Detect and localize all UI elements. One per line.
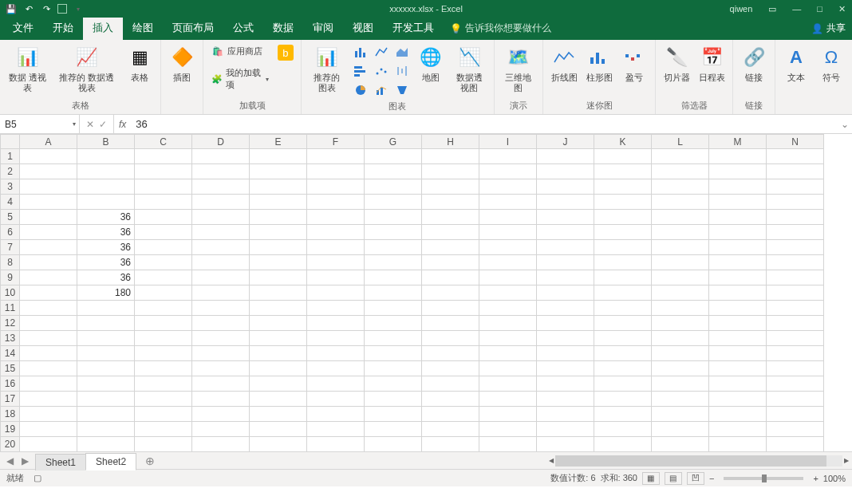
cell[interactable]: [365, 392, 422, 407]
cell[interactable]: [709, 285, 767, 301]
cell[interactable]: [77, 301, 135, 316]
cell[interactable]: [20, 361, 77, 376]
zoom-in-button[interactable]: +: [813, 474, 818, 483]
col-header[interactable]: A: [20, 135, 77, 149]
tab-file[interactable]: 文件: [3, 16, 43, 40]
cell[interactable]: [652, 164, 709, 179]
cell[interactable]: [709, 149, 767, 164]
cell[interactable]: [365, 346, 422, 361]
cell[interactable]: [135, 270, 192, 285]
cell[interactable]: [652, 361, 709, 376]
cell[interactable]: [652, 437, 709, 452]
cell[interactable]: [479, 392, 537, 407]
cell[interactable]: [20, 210, 77, 225]
sparkline-winloss-button[interactable]: 盈亏: [618, 43, 650, 85]
cell[interactable]: [20, 301, 77, 316]
cell[interactable]: 36: [77, 240, 135, 255]
expand-formula-icon[interactable]: ⌄: [838, 115, 852, 133]
view-layout-button[interactable]: ▤: [665, 472, 682, 485]
cell[interactable]: [594, 255, 652, 270]
cell[interactable]: [709, 407, 767, 422]
cell[interactable]: [767, 301, 824, 316]
cell[interactable]: [479, 179, 537, 195]
row-header[interactable]: 4: [1, 195, 20, 210]
cell[interactable]: [307, 240, 365, 255]
cell[interactable]: [767, 346, 824, 361]
cell[interactable]: [135, 255, 192, 270]
tab-insert[interactable]: 插入: [83, 16, 123, 40]
cell[interactable]: [479, 164, 537, 179]
cell[interactable]: [479, 301, 537, 316]
cell[interactable]: [192, 422, 250, 437]
cell[interactable]: [250, 437, 307, 452]
cell[interactable]: [365, 225, 422, 240]
tab-review[interactable]: 审阅: [303, 16, 343, 40]
cell[interactable]: [652, 407, 709, 422]
area-chart-icon[interactable]: [392, 43, 412, 61]
cell[interactable]: [594, 240, 652, 255]
bing-maps-button[interactable]: b: [275, 43, 296, 62]
cell[interactable]: [192, 225, 250, 240]
cell[interactable]: [479, 376, 537, 392]
cell[interactable]: [537, 316, 594, 331]
row-header[interactable]: 6: [1, 225, 20, 240]
cell[interactable]: [250, 392, 307, 407]
cell[interactable]: [307, 210, 365, 225]
cell[interactable]: [307, 179, 365, 195]
map-chart-button[interactable]: 🌐地图: [415, 43, 447, 85]
cell[interactable]: [594, 285, 652, 301]
cell[interactable]: [250, 164, 307, 179]
tell-me[interactable]: 💡 告诉我你想要做什么: [450, 22, 551, 40]
cell[interactable]: [77, 422, 135, 437]
cell[interactable]: [77, 376, 135, 392]
cell[interactable]: [594, 331, 652, 346]
cell[interactable]: [365, 210, 422, 225]
bar-chart-icon[interactable]: [351, 62, 370, 80]
cell[interactable]: [767, 195, 824, 210]
cell[interactable]: [422, 149, 479, 164]
cell[interactable]: [422, 285, 479, 301]
row-header[interactable]: 15: [1, 361, 20, 376]
cell[interactable]: [365, 195, 422, 210]
cell[interactable]: [652, 316, 709, 331]
cell[interactable]: [422, 346, 479, 361]
sheet-nav-prev-icon[interactable]: ◀: [6, 455, 14, 467]
cell[interactable]: [479, 270, 537, 285]
macro-record-icon[interactable]: ▢: [34, 473, 41, 483]
cell[interactable]: [307, 392, 365, 407]
zoom-level[interactable]: 100%: [823, 474, 846, 483]
cell[interactable]: [594, 407, 652, 422]
cell[interactable]: [479, 361, 537, 376]
cell[interactable]: [307, 331, 365, 346]
cell[interactable]: [537, 407, 594, 422]
row-header[interactable]: 14: [1, 346, 20, 361]
cell[interactable]: [537, 361, 594, 376]
rec-charts-button[interactable]: 📊推荐的 图表: [306, 43, 348, 95]
cell[interactable]: [422, 422, 479, 437]
cell[interactable]: [537, 164, 594, 179]
cell[interactable]: [192, 361, 250, 376]
cell[interactable]: [192, 301, 250, 316]
tab-view[interactable]: 视图: [343, 16, 383, 40]
cell[interactable]: [20, 195, 77, 210]
cell[interactable]: [652, 376, 709, 392]
cell[interactable]: [652, 225, 709, 240]
cell[interactable]: [709, 331, 767, 346]
cell[interactable]: [479, 331, 537, 346]
cell[interactable]: [307, 422, 365, 437]
name-box[interactable]: B5▾: [0, 115, 80, 133]
cell[interactable]: [20, 392, 77, 407]
cell[interactable]: [135, 240, 192, 255]
row-header[interactable]: 13: [1, 331, 20, 346]
cell[interactable]: [767, 285, 824, 301]
cell[interactable]: [250, 301, 307, 316]
cell[interactable]: [192, 346, 250, 361]
cell[interactable]: [307, 301, 365, 316]
col-header[interactable]: J: [537, 135, 594, 149]
cell[interactable]: [250, 270, 307, 285]
my-addins-button[interactable]: 🧩我的加载项▾: [208, 65, 272, 93]
cell[interactable]: 36: [77, 210, 135, 225]
cell[interactable]: [652, 270, 709, 285]
tab-formula[interactable]: 公式: [223, 16, 263, 40]
cell[interactable]: [307, 346, 365, 361]
